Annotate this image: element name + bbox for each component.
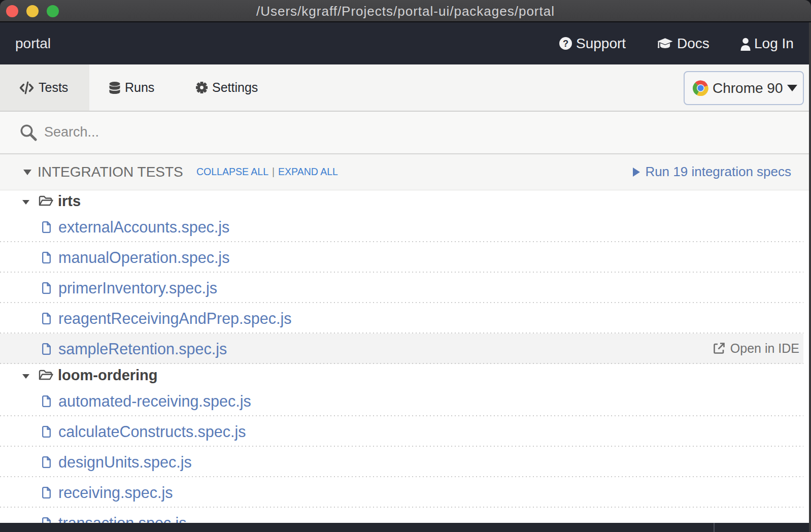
svg-text:?: ? — [563, 38, 568, 49]
